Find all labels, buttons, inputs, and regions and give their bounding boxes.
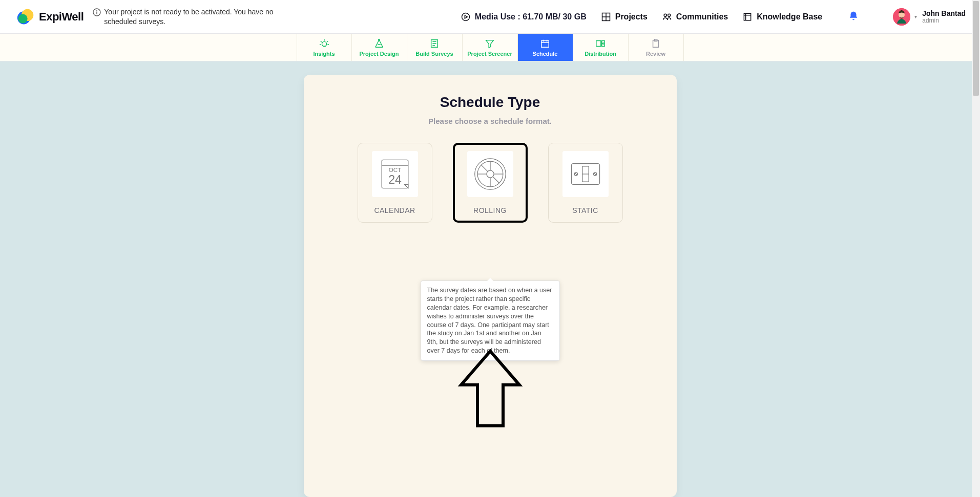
- tab-insights-label: Insights: [313, 51, 335, 57]
- top-header: ExpiWell Your project is not ready to be…: [0, 0, 980, 34]
- svg-point-10: [664, 14, 666, 16]
- tab-build-surveys-label: Build Surveys: [415, 51, 453, 57]
- option-rolling[interactable]: ROLLING: [453, 143, 528, 223]
- nav-knowledge-base[interactable]: Knowledge Base: [742, 12, 822, 22]
- survey-icon: [429, 38, 440, 49]
- grid-icon: [601, 12, 611, 22]
- user-menu[interactable]: ▾ John Bantad admin: [893, 8, 966, 26]
- svg-text:OCT: OCT: [388, 167, 401, 173]
- chevron-down-icon: ▾: [914, 14, 917, 19]
- annotation-arrow-icon: [457, 348, 524, 430]
- card-title: Schedule Type: [328, 94, 652, 111]
- info-icon: [93, 8, 101, 16]
- card-subtitle: Please choose a schedule format.: [328, 117, 652, 125]
- static-option-icon: [562, 151, 609, 197]
- avatar: [893, 8, 910, 26]
- media-use-text: Media Use : 61.70 MB/ 30 GB: [475, 12, 587, 21]
- people-icon: [662, 12, 672, 22]
- user-text: John Bantad admin: [922, 9, 966, 25]
- calendar-icon: [539, 38, 551, 49]
- expiwell-logo-icon: [16, 8, 35, 26]
- svg-line-20: [327, 41, 328, 42]
- compass-icon: [373, 38, 385, 49]
- svg-point-11: [668, 14, 671, 16]
- option-calendar-label: CALENDAR: [374, 206, 415, 214]
- clipboard-icon: [650, 38, 661, 49]
- scrollbar[interactable]: [972, 0, 980, 497]
- play-circle-icon: [461, 12, 471, 22]
- header-links: Media Use : 61.70 MB/ 30 GB Projects Com…: [461, 8, 966, 26]
- media-use-indicator[interactable]: Media Use : 61.70 MB/ 30 GB: [461, 12, 587, 22]
- nav-communities-label: Communities: [676, 12, 728, 21]
- tab-distribution[interactable]: Distribution: [573, 34, 629, 61]
- nav-kb-label: Knowledge Base: [757, 12, 822, 21]
- option-calendar[interactable]: OCT 24 CALENDAR: [358, 143, 432, 223]
- user-name: John Bantad: [922, 9, 966, 17]
- calendar-option-icon: OCT 24: [372, 151, 418, 197]
- project-status-warning: Your project is not ready to be activate…: [93, 7, 277, 27]
- scrollbar-thumb[interactable]: [973, 1, 979, 96]
- rolling-tooltip-text: The survey dates are based on when a use…: [427, 287, 552, 354]
- tab-project-screener-label: Project Screener: [467, 51, 512, 57]
- tab-schedule-label: Schedule: [533, 51, 558, 57]
- svg-point-35: [602, 42, 604, 44]
- tab-project-screener[interactable]: Project Screener: [463, 34, 518, 61]
- svg-rect-5: [97, 10, 97, 11]
- svg-point-17: [322, 41, 326, 46]
- lightbulb-icon: [319, 38, 330, 49]
- project-tabs: Insights Project Design Build Surveys Pr…: [0, 34, 980, 61]
- tab-insights[interactable]: Insights: [297, 34, 352, 61]
- tab-project-design[interactable]: Project Design: [352, 34, 407, 61]
- tab-distribution-label: Distribution: [585, 51, 616, 57]
- nav-projects-label: Projects: [615, 12, 648, 21]
- nav-communities[interactable]: Communities: [662, 12, 728, 22]
- svg-line-55: [575, 173, 577, 175]
- option-static-label: STATIC: [572, 206, 598, 214]
- svg-line-49: [481, 165, 487, 171]
- svg-point-44: [486, 170, 493, 178]
- avatar-icon: [893, 8, 910, 26]
- svg-line-50: [493, 177, 499, 183]
- rolling-option-icon: [467, 151, 513, 197]
- tab-review-label: Review: [646, 51, 665, 57]
- tab-build-surveys[interactable]: Build Surveys: [407, 34, 463, 61]
- brand-block[interactable]: ExpiWell: [16, 8, 84, 26]
- tab-project-design-label: Project Design: [359, 51, 399, 57]
- svg-rect-12: [744, 13, 751, 20]
- svg-line-19: [320, 41, 321, 42]
- tab-schedule[interactable]: Schedule: [518, 34, 573, 61]
- warning-text: Your project is not ready to be activate…: [104, 7, 277, 27]
- svg-rect-29: [541, 40, 549, 47]
- tab-review[interactable]: Review: [629, 34, 684, 61]
- option-static[interactable]: STATIC: [548, 143, 623, 223]
- svg-text:24: 24: [388, 173, 402, 186]
- stage: Schedule Type Please choose a schedule f…: [0, 61, 980, 497]
- svg-point-6: [462, 13, 469, 20]
- brand-name: ExpiWell: [39, 10, 84, 24]
- svg-rect-33: [596, 40, 601, 46]
- user-role: admin: [922, 17, 966, 25]
- svg-line-57: [594, 173, 596, 175]
- svg-point-2: [18, 14, 28, 23]
- notifications-button[interactable]: [848, 10, 859, 24]
- nav-projects[interactable]: Projects: [601, 12, 648, 22]
- funnel-icon: [484, 38, 495, 49]
- bell-icon: [848, 10, 859, 21]
- distribution-icon: [595, 38, 606, 49]
- svg-rect-4: [97, 11, 97, 14]
- option-rolling-label: ROLLING: [473, 206, 507, 214]
- schedule-type-options: OCT 24 CALENDAR: [328, 143, 652, 223]
- book-icon: [742, 12, 753, 22]
